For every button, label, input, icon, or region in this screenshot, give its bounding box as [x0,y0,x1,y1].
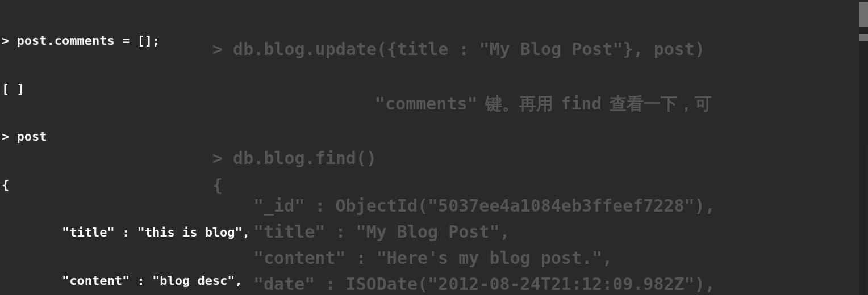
scrollbar-thumb[interactable] [859,2,868,27]
terminal-line: > post.comments = []; [2,33,866,49]
terminal-line: "content" : "blog desc", [2,273,866,289]
scrollbar-track[interactable] [859,0,868,295]
terminal-line: > post [2,129,866,145]
terminal-output[interactable]: > post.comments = []; [ ] > post { "titl… [0,0,868,295]
scrollbar-thumb-secondary[interactable] [859,34,868,41]
terminal-line: "title" : "this is blog", [2,225,866,241]
terminal-line: { [2,177,866,193]
terminal-line: [ ] [2,81,866,97]
